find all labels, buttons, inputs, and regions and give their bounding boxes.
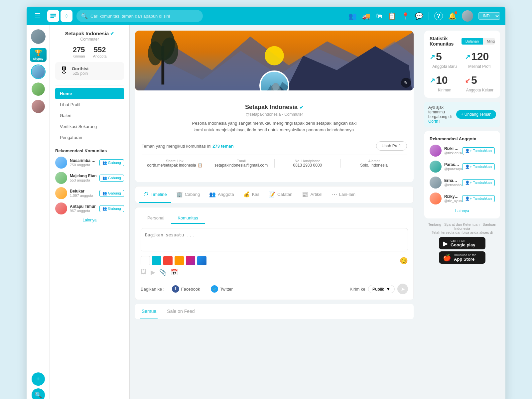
add-icon-1: 👤+ [465,149,472,153]
search-button[interactable]: 🔍 [32,388,45,399]
sidebar-profile-avatar[interactable] [31,29,46,44]
footer-tentang[interactable]: Tentang [428,222,441,226]
app-store-button[interactable]: 🍎 Download on the App Store [439,251,485,264]
app-logo[interactable] [47,10,59,22]
tab-catatan[interactable]: 📝 Catatan [265,187,297,203]
shop-icon[interactable]: 🛍 [376,12,382,20]
skypay-badge[interactable]: 🏆 Skypay [30,48,47,62]
friends-count: 273 teman [212,144,234,149]
image-upload-icon[interactable]: 🖼 [141,269,147,276]
chat-icon[interactable]: 💬 [415,12,423,20]
sidebar-nav-item-2[interactable] [31,82,46,96]
rec-member-avatar-3 [430,177,442,189]
language-selector[interactable]: IND ENG [478,12,500,20]
stats-title: Statistik Komunitas [430,36,462,47]
join-icon-3: 👥 [102,191,107,196]
help-icon[interactable]: ? [434,12,443,20]
video-upload-icon[interactable]: ▶ [151,269,155,276]
join-button-2[interactable]: 👥 Gabung [99,175,124,182]
color-purple[interactable] [186,256,195,265]
join-button-1[interactable]: 👥 Gabung [99,159,124,166]
footer-syarat[interactable]: Syarat dan Ketentuan [444,222,479,226]
sidebar-nav-item-3[interactable] [31,99,46,114]
location-icon[interactable]: 📍 [401,12,410,20]
feed-tab-semua[interactable]: Semua [140,304,158,319]
twitter-share-button[interactable]: 🐦 Twitter [207,284,236,294]
nav-divider [429,12,429,20]
community-icon[interactable]: 👥 [348,12,357,20]
google-play-button[interactable]: ▶ GET IT ON Google play [439,237,485,249]
color-blue[interactable] [197,256,206,265]
document-icon[interactable]: 📋 [388,12,396,20]
weekly-button[interactable]: Mingguan [483,38,495,45]
add-member-button-1[interactable]: 👤+ Tambahkan [462,147,495,154]
nav-verifikasi[interactable]: Verifikasi Sekarang [55,121,124,132]
tab-artikel[interactable]: 📰 Artikel [298,187,327,203]
monthly-button[interactable]: Bulanan [462,38,483,45]
footer-bantuan[interactable]: Bantuan [482,222,496,226]
cabang-icon: 🏢 [176,191,183,198]
post-tab-komunitas[interactable]: Komunitas [171,213,204,224]
nav-lihat-profil[interactable]: Lihat Profil [55,99,124,110]
tab-anggota[interactable]: 👥 Anggota [205,187,238,203]
edit-profile-button[interactable]: Ubah Profil [376,141,407,151]
invite-friend-button[interactable]: + Undang Teman [456,110,496,119]
edit-cover-button[interactable]: ✎ [401,78,411,88]
color-red[interactable] [163,256,173,265]
copy-icon[interactable]: 📋 [198,163,202,168]
color-white[interactable] [141,256,150,265]
app-logo-icon[interactable] [61,10,72,22]
join-button-3[interactable]: 👥 Gabung [99,190,124,197]
rec-member-avatar-1 [430,145,442,157]
more-members-link[interactable]: Lainnya [430,208,495,213]
notification-bell-icon[interactable]: 🔔 [448,12,457,20]
tab-lain-lain[interactable]: ⋯ Lain-lain [328,187,359,203]
send-post-button[interactable]: ➤ [397,284,408,294]
address-item: Alamat Solo, Indonesia [341,159,407,168]
nav-galeri[interactable]: Galeri [55,110,124,121]
tab-timeline[interactable]: ⏱ Timeline [139,187,171,203]
hamburger-menu[interactable]: ☰ [32,11,43,21]
sidebar-nav-item-1[interactable] [31,65,46,79]
post-input[interactable] [141,228,408,251]
rec-member-3: Ernando A @ernandoa 👤+ Tambahkan [430,177,495,189]
facebook-icon: f [172,285,179,293]
reward-points: 525 poin [72,71,89,76]
rec-member-handle-2: @parasayu [444,167,460,171]
add-member-button-4[interactable]: 👤+ Tambahkan [462,195,495,202]
emoji-button[interactable]: 😊 [400,257,408,265]
rec-member-handle-1: @rizkianisapwi [444,151,460,155]
add-button[interactable]: + [32,372,45,386]
kas-icon: 💰 [243,191,250,198]
search-input[interactable] [90,14,198,19]
rec-member-avatar-2 [430,161,442,173]
profile-role: Commuter [55,37,124,42]
post-tabs: Personal Komunitas [141,213,408,224]
audience-selector[interactable]: Publik ▼ [368,285,395,293]
footer-links: Tentang Syarat dan Ketentuan Bantuan Ind… [424,222,500,234]
color-bar: 😊 [141,256,408,265]
rec-member-name-2: Parasayu Kusuma [444,162,460,167]
tab-kas[interactable]: 💰 Kas [239,187,263,203]
delivery-icon[interactable]: 🚚 [362,12,370,20]
up-arrow-icon-2: ↗ [465,53,470,61]
post-tab-personal[interactable]: Personal [141,213,171,224]
footer-indonesia[interactable]: Indonesia [454,226,470,230]
more-communities-link[interactable]: Lainnya [55,218,124,222]
dropdown-chevron-icon: ▼ [386,287,390,292]
feed-tab-sale[interactable]: Sale on Feed [166,304,196,319]
add-member-button-3[interactable]: 👤+ Tambahkan [462,179,495,186]
user-avatar[interactable] [462,10,473,22]
nav-pengaturan[interactable]: Pengaturan [55,132,124,143]
add-member-button-2[interactable]: 👤+ Tambahkan [462,163,495,170]
color-teal[interactable] [152,256,161,265]
app-download-section: ▶ GET IT ON Google play 🍎 Download on th… [424,237,500,264]
join-button-4[interactable]: 👥 Gabung [99,205,124,212]
facebook-share-button[interactable]: f Facebook [169,284,203,294]
calendar-icon[interactable]: 📅 [171,269,178,276]
nav-home[interactable]: Home [55,88,124,99]
color-orange[interactable] [175,256,184,265]
attachment-icon[interactable]: 📎 [159,269,167,276]
svg-rect-2 [50,17,54,18]
tab-cabang[interactable]: 🏢 Cabang [172,187,204,203]
